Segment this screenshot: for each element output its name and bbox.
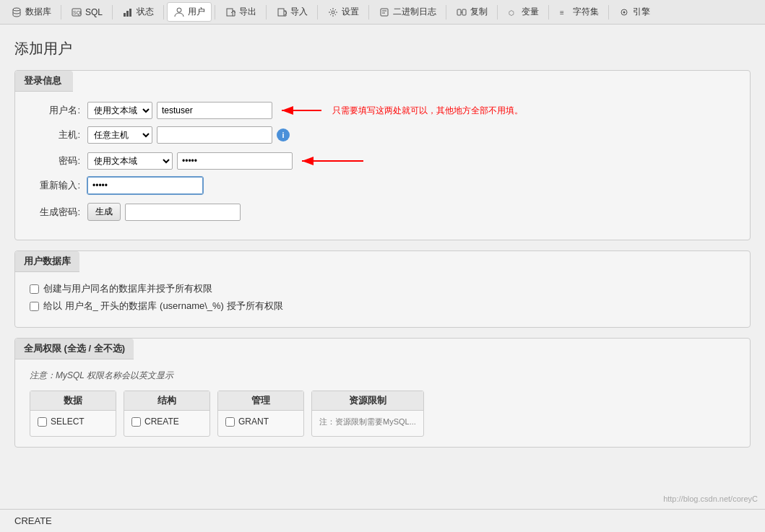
nav-divider-4 <box>215 5 215 19</box>
password-controls: 使用文本域 不使用密码 MySQL 4.0 兼容 <box>87 152 293 170</box>
svg-text:SQL: SQL <box>73 10 82 16</box>
host-input[interactable] <box>157 126 272 144</box>
nav-status[interactable]: 状态 <box>116 2 160 22</box>
nav-export-label: 导出 <box>239 6 256 18</box>
privilege-group-data-body: SELECT <box>30 411 116 435</box>
privilege-group-data-header: 数据 <box>30 391 116 411</box>
privilege-item-select: SELECT <box>38 417 108 427</box>
svg-rect-10 <box>381 9 388 16</box>
username-input[interactable] <box>157 102 272 119</box>
user-db-header: 用户数据库 <box>15 251 79 272</box>
import-icon <box>276 6 288 18</box>
nav-variables-label: 变量 <box>522 6 539 18</box>
engine-icon <box>618 6 630 18</box>
svg-point-0 <box>13 8 20 11</box>
privilege-group-admin: 管理 GRANT <box>217 391 304 437</box>
nav-variables[interactable]: ⬡ 变量 <box>501 2 545 22</box>
nav-binlog-label: 二进制日志 <box>393 6 436 18</box>
privilege-item-grant: GRANT <box>225 417 296 427</box>
user-db-checkbox1-label: 创建与用户同名的数据库并授予所有权限 <box>43 282 212 295</box>
reenter-controls <box>87 177 203 194</box>
generate-button[interactable]: 生成 <box>87 203 121 221</box>
privilege-group-admin-body: GRANT <box>218 411 303 435</box>
nav-charset-label: 字符集 <box>573 6 599 18</box>
nav-user-label: 用户 <box>188 6 205 18</box>
database-icon <box>11 6 22 18</box>
global-privs-header: 全局权限 (全选 / 全不选) <box>15 339 134 359</box>
login-section: 登录信息 用户名: 使用文本域 任意用户 已定义 <box>14 70 751 240</box>
nav-settings[interactable]: 设置 <box>321 2 366 22</box>
privilege-group-resource: 资源限制 注：资源限制需要MySQL... <box>311 391 424 437</box>
password-label: 密码: <box>30 154 87 167</box>
nav-database[interactable]: 数据库 <box>4 2 58 22</box>
reenter-label: 重新输入: <box>30 179 87 192</box>
generate-output[interactable] <box>125 204 241 221</box>
svg-point-9 <box>332 11 334 14</box>
priv-grant-label: GRANT <box>238 417 269 427</box>
nav-replication[interactable]: 复制 <box>449 2 494 22</box>
priv-create-checkbox[interactable] <box>131 417 141 427</box>
nav-import-label: 导入 <box>290 6 308 18</box>
page-title: 添加用户 <box>14 39 751 58</box>
svg-rect-13 <box>457 9 461 15</box>
global-privs-body: 注意：MySQL 权限名称会以英文显示 数据 SELECT 结构 <box>15 359 750 447</box>
generate-label: 生成密码: <box>30 206 87 219</box>
sql-icon: SQL <box>71 6 82 18</box>
privilege-group-admin-header: 管理 <box>218 391 303 411</box>
user-db-section: 用户数据库 创建与用户同名的数据库并授予所有权限 给以 用户名_ 开头的数据库 … <box>14 250 751 328</box>
nav-database-label: 数据库 <box>25 6 51 18</box>
binlog-icon <box>379 6 390 18</box>
nav-divider-2 <box>112 5 113 19</box>
nav-engine[interactable]: 引擎 <box>612 2 657 22</box>
nav-divider-3 <box>163 5 164 19</box>
login-section-header: 登录信息 <box>15 71 73 92</box>
nav-sql[interactable]: SQL SQL <box>64 3 109 22</box>
password-input[interactable] <box>177 152 293 170</box>
arrow-password <box>298 154 371 168</box>
export-icon <box>225 6 236 18</box>
username-type-select[interactable]: 使用文本域 任意用户 已定义 <box>87 102 152 119</box>
settings-icon <box>327 6 339 18</box>
password-type-select[interactable]: 使用文本域 不使用密码 MySQL 4.0 兼容 <box>87 152 173 170</box>
privilege-group-data: 数据 SELECT <box>30 391 116 437</box>
svg-point-19 <box>623 11 626 13</box>
host-controls: 任意主机 本地 使用文本域 i <box>87 126 290 144</box>
resource-note-text: 注：资源限制需要MySQL... <box>319 417 416 427</box>
nav-export[interactable]: 导出 <box>218 2 263 22</box>
nav-user[interactable]: 用户 <box>167 2 212 22</box>
priv-create-label: CREATE <box>144 417 179 427</box>
generate-controls: 生成 <box>87 203 241 221</box>
username-label: 用户名: <box>30 104 87 117</box>
nav-divider-8 <box>446 5 446 19</box>
privilege-item-resource-note: 注：资源限制需要MySQL... <box>319 417 416 427</box>
user-db-checkbox2[interactable] <box>30 302 39 311</box>
host-label: 主机: <box>30 128 87 141</box>
user-db-body: 创建与用户同名的数据库并授予所有权限 给以 用户名_ 开头的数据库 (usern… <box>15 272 750 327</box>
privilege-group-structure-header: 结构 <box>124 391 209 411</box>
host-type-select[interactable]: 任意主机 本地 使用文本域 <box>87 126 152 144</box>
svg-text:⬡: ⬡ <box>509 9 514 17</box>
privilege-group-resource-body: 注：资源限制需要MySQL... <box>312 411 423 436</box>
nav-engine-label: 引擎 <box>633 6 650 18</box>
user-db-checkbox1[interactable] <box>30 284 39 294</box>
replication-icon <box>456 6 467 18</box>
nav-replication-label: 复制 <box>470 6 488 18</box>
status-icon <box>122 6 134 18</box>
svg-rect-3 <box>124 13 126 17</box>
privileges-grid: 数据 SELECT 结构 CREATE <box>30 391 735 437</box>
nav-charset[interactable]: ≡ 字符集 <box>552 2 605 22</box>
arrow-username <box>278 103 329 118</box>
main-content: 添加用户 登录信息 用户名: 使用文本域 任意用户 已定义 <box>0 25 765 472</box>
priv-select-checkbox[interactable] <box>38 417 47 427</box>
user-db-checkbox1-row: 创建与用户同名的数据库并授予所有权限 <box>30 282 735 295</box>
priv-grant-checkbox[interactable] <box>225 417 235 427</box>
nav-import[interactable]: 导入 <box>269 2 314 22</box>
svg-text:≡: ≡ <box>560 9 564 17</box>
nav-binlog[interactable]: 二进制日志 <box>372 2 443 22</box>
charset-icon: ≡ <box>558 6 570 18</box>
host-info-icon[interactable]: i <box>277 128 290 141</box>
reenter-input[interactable] <box>87 177 203 194</box>
global-privs-section: 全局权限 (全选 / 全不选) 注意：MySQL 权限名称会以英文显示 数据 S… <box>14 338 751 448</box>
svg-rect-5 <box>129 9 131 17</box>
user-db-checkbox2-row: 给以 用户名_ 开头的数据库 (username\_%) 授予所有权限 <box>30 300 735 313</box>
